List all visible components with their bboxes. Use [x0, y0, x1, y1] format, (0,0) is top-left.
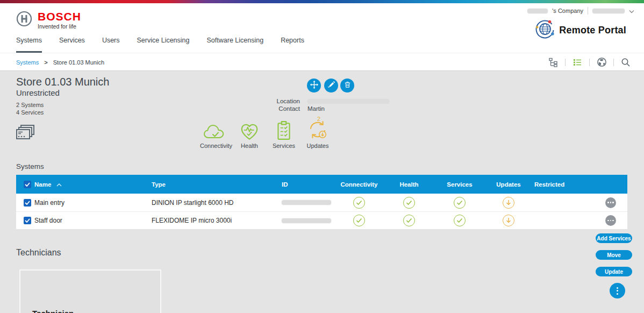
col-updates[interactable]: Updates [485, 181, 532, 188]
services-ok-icon [454, 215, 466, 226]
health-ok-icon [403, 215, 415, 226]
redacted-company-name [527, 9, 548, 13]
select-all-checkbox[interactable] [24, 181, 31, 188]
restriction-status: Unrestricted [16, 88, 60, 97]
row-more-actions-button[interactable] [605, 215, 616, 226]
system-type: DINION IP starlight 6000 HD [148, 199, 274, 207]
move-button[interactable]: Move [596, 250, 632, 260]
move-system-button[interactable] [307, 79, 321, 93]
updates-status: 2 Updates [300, 118, 335, 149]
systems-table-header: Name Type ID Connectivity Health Service… [16, 175, 627, 194]
delete-system-button[interactable] [340, 79, 354, 93]
table-row-main-entry: Main entry DINION IP starlight 6000 HD [16, 194, 627, 211]
view-toolbar [548, 53, 631, 71]
redacted-location-value [307, 99, 389, 104]
systems-count: 2 Systems [16, 102, 44, 108]
col-services[interactable]: Services [434, 181, 485, 188]
divider [589, 59, 590, 66]
connectivity-label: Connectivity [200, 143, 232, 149]
redacted-system-id [282, 200, 331, 205]
breadcrumb-bar: Systems > Store 01.03 Munich [0, 53, 644, 71]
remote-portal-logo: Remote Portal [535, 19, 626, 41]
health-ok-icon [403, 197, 415, 209]
breadcrumb: Systems > Store 01.03 Munich [16, 53, 104, 71]
account-bar: 's Company [527, 6, 634, 16]
updates-refresh-icon: 2 [306, 118, 330, 141]
breadcrumb-separator: > [44, 59, 47, 66]
divider [613, 59, 614, 66]
remote-portal-page: BOSCH Invented for life 's Company [0, 0, 644, 313]
update-available-icon [503, 215, 514, 226]
bosch-logo: BOSCH Invented for life [16, 11, 81, 30]
services-status: Services [266, 118, 302, 149]
col-id[interactable]: ID [274, 181, 334, 188]
company-suffix: 's Company [552, 8, 583, 14]
system-name[interactable]: Main entry [31, 199, 148, 207]
health-heart-icon [240, 118, 259, 141]
health-label: Health [241, 143, 258, 149]
tab-software-licensing[interactable]: Software Licensing [207, 37, 264, 53]
bosch-wordmark: BOSCH [38, 11, 81, 23]
trash-icon [344, 81, 352, 91]
row-checkbox[interactable] [24, 217, 31, 224]
updates-badge: 2 [317, 116, 320, 122]
connectivity-cloud-icon [203, 118, 230, 141]
redacted-system-id [282, 218, 331, 223]
divider [588, 7, 588, 15]
user-menu-chevron-icon[interactable] [629, 6, 634, 16]
services-label: Services [273, 143, 295, 149]
portal-name: Remote Portal [559, 25, 626, 36]
col-restricted[interactable]: Restricted [532, 181, 594, 188]
breadcrumb-current: Store 01.03 Munich [53, 59, 104, 66]
col-type[interactable]: Type [148, 181, 274, 188]
tree-view-icon[interactable] [548, 57, 559, 68]
tab-systems[interactable]: Systems [16, 37, 42, 53]
connectivity-ok-icon [353, 215, 365, 226]
more-actions-fab[interactable] [610, 283, 625, 298]
tab-service-licensing[interactable]: Service Licensing [137, 37, 190, 53]
update-available-icon [503, 197, 514, 209]
add-services-button[interactable]: Add Services [596, 233, 632, 243]
edit-pencil-icon [327, 81, 335, 91]
col-connectivity[interactable]: Connectivity [334, 181, 384, 188]
health-status: Health [232, 118, 267, 149]
contact-value: Martin [307, 105, 325, 112]
technicians-heading: Technicians [16, 248, 61, 258]
sort-ascending-icon[interactable] [56, 181, 62, 188]
list-view-icon[interactable] [572, 57, 583, 68]
technician-card[interactable]: Technician [19, 269, 161, 313]
contact-label: Contact [268, 105, 300, 112]
edit-system-button[interactable] [324, 79, 338, 93]
services-ok-icon [454, 197, 466, 209]
col-name[interactable]: Name [34, 181, 51, 188]
tab-users[interactable]: Users [102, 37, 120, 53]
systems-table: Name Type ID Connectivity Health Service… [16, 175, 627, 229]
search-icon[interactable] [620, 57, 631, 68]
connectivity-status: Connectivity [198, 118, 234, 149]
updates-label: Updates [307, 143, 329, 149]
table-row-staff-door: Staff door FLEXIDOME IP micro 3000i [16, 211, 627, 229]
col-health[interactable]: Health [384, 181, 434, 188]
technician-name-cutoff: Technician [32, 309, 74, 313]
connectivity-ok-icon [353, 197, 365, 209]
row-checkbox[interactable] [24, 199, 31, 207]
breadcrumb-systems-link[interactable]: Systems [16, 59, 39, 66]
app-header: BOSCH Invented for life 's Company [0, 3, 644, 53]
page-title: Store 01.03 Munich [16, 76, 109, 88]
system-group-icon [15, 124, 36, 145]
update-button[interactable]: Update [596, 267, 632, 276]
main-nav: Systems Services Users Service Licensing… [16, 37, 304, 53]
system-name[interactable]: Staff door [31, 217, 148, 224]
tab-services[interactable]: Services [59, 37, 85, 53]
services-checklist-icon [276, 118, 291, 141]
move-icon [310, 80, 319, 91]
tab-reports[interactable]: Reports [281, 37, 304, 53]
bosch-symbol-icon [16, 11, 32, 29]
location-label: Location [268, 98, 300, 104]
system-type: FLEXIDOME IP micro 3000i [148, 217, 274, 224]
bosch-tagline: Invented for life [38, 23, 81, 30]
row-more-actions-button[interactable] [605, 197, 616, 208]
systems-section-heading: Systems [16, 162, 44, 170]
remote-portal-globe-icon [535, 19, 555, 41]
map-view-icon[interactable] [596, 57, 607, 68]
